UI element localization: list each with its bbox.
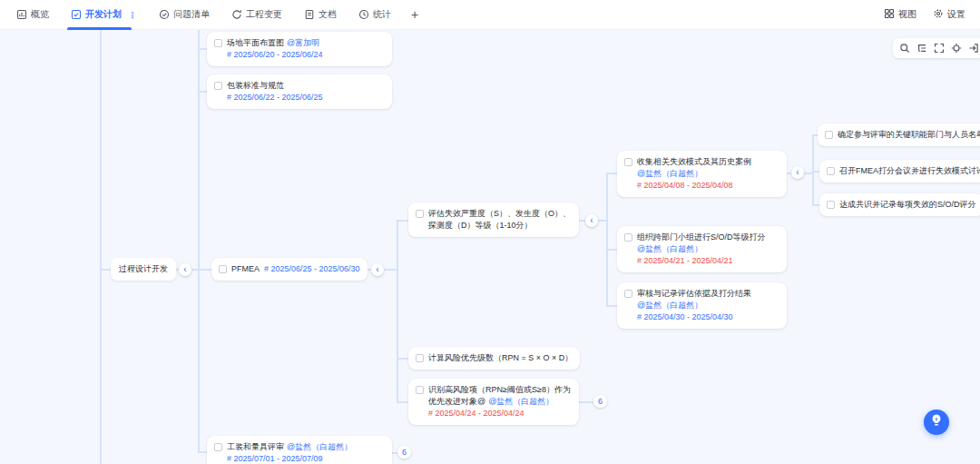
- tab-label: 概览: [31, 8, 49, 21]
- node-title: 工装和量具评审: [227, 442, 284, 451]
- assignee-mention[interactable]: @盐然（白超然）: [637, 243, 766, 255]
- collapse-button[interactable]: ‹: [585, 214, 598, 227]
- node-title: 收集相关失效模式及其历史案例: [637, 157, 751, 166]
- lightbulb-icon: [929, 413, 944, 431]
- task-node[interactable]: 达成共识并记录每项失效的S/O/D评分: [819, 193, 980, 216]
- date-range[interactable]: # 2025/06/25 - 2025/06/30: [264, 264, 360, 273]
- tab-dev-plan[interactable]: 开发计划 ⋮: [64, 0, 144, 30]
- tab-label: 开发计划: [85, 8, 122, 21]
- task-checkbox[interactable]: [214, 443, 222, 451]
- date-range[interactable]: # 2025/07/01 - 2025/07/09: [227, 453, 352, 464]
- task-node[interactable]: 召开FMEA打分会议并进行失效模式讨论: [819, 160, 980, 183]
- date-range[interactable]: # 2025/06/22 - 2025/06/25: [227, 92, 323, 104]
- assignee-mention[interactable]: @盐然（白超然）: [287, 442, 352, 451]
- task-node[interactable]: 评估失效严重度（S）、发生度（O）、探测度（D）等级（1-10分）: [408, 202, 579, 237]
- task-node[interactable]: 工装和量具评审@盐然（白超然） # 2025/07/01 - 2025/07/0…: [207, 436, 392, 464]
- add-tab-button[interactable]: +: [406, 7, 424, 22]
- task-node[interactable]: 组织跨部门小组进行S/O/D等级打分 @盐然（白超然） # 2025/04/21…: [617, 226, 787, 272]
- date-range[interactable]: # 2025/04/30 - 2025/04/30: [637, 311, 751, 323]
- collapse-button[interactable]: ‹: [179, 263, 191, 276]
- task-node[interactable]: 审核与记录评估依据及打分结果 @盐然（白超然） # 2025/04/30 - 2…: [617, 282, 787, 329]
- overview-icon: [16, 9, 27, 20]
- fit-screen-icon[interactable]: [934, 43, 945, 54]
- task-checkbox[interactable]: [416, 386, 424, 394]
- task-checkbox[interactable]: [416, 354, 424, 362]
- task-checkbox[interactable]: [214, 39, 222, 47]
- node-title: 达成共识并记录每项失效的S/O/D评分: [839, 200, 976, 209]
- task-checkbox[interactable]: [827, 167, 835, 175]
- help-button[interactable]: [924, 410, 949, 435]
- tab-label: 工程变更: [246, 8, 282, 21]
- tab-issue-list[interactable]: 问题清单: [152, 0, 217, 30]
- tab-more-icon[interactable]: ⋮: [128, 10, 137, 20]
- collapsed-count-badge[interactable]: 6: [397, 446, 411, 459]
- task-checkbox[interactable]: [624, 158, 632, 166]
- connector-line: [100, 30, 102, 464]
- settings-label: 设置: [947, 8, 965, 21]
- task-node[interactable]: 识别高风险项（RPN≥阈值或S≥8）作为优先改进对象@@盐然（白超然） # 20…: [408, 379, 579, 425]
- tab-documents[interactable]: 文档: [297, 0, 344, 30]
- chevron-left-icon: ‹: [376, 265, 378, 274]
- connector-line: [198, 30, 200, 453]
- mindmap-canvas[interactable]: 过程设计开发 ‹ ‹ ‹ ‹ 场地平面布置图@富加明 # 2025/06/20 …: [0, 30, 980, 464]
- task-checkbox[interactable]: [416, 210, 424, 218]
- node-title: 评估失效严重度（S）、发生度（O）、探测度（D）等级（1-10分）: [428, 209, 571, 230]
- connector-line: [397, 220, 398, 403]
- collapse-button[interactable]: ‹: [791, 166, 804, 179]
- node-title: PFMEA: [231, 264, 260, 273]
- date-range[interactable]: # 2025/04/08 - 2025/04/08: [637, 180, 751, 192]
- connector-line: [606, 173, 608, 307]
- grid-view-icon: [884, 8, 895, 21]
- task-node[interactable]: 场地平面布置图@富加明 # 2025/06/20 - 2025/06/24: [207, 32, 392, 66]
- tabbar-right-actions: 视图 设置: [884, 8, 965, 21]
- issue-list-icon: [159, 9, 170, 20]
- task-checkbox[interactable]: [624, 290, 632, 298]
- node-title: 组织跨部门小组进行S/O/D等级打分: [637, 232, 766, 242]
- node-title: 场地平面布置图: [227, 38, 284, 47]
- node-title: 审核与记录评估依据及打分结果: [637, 289, 751, 298]
- collapsed-count-badge[interactable]: 6: [593, 395, 607, 408]
- tab-label: 统计: [373, 8, 391, 21]
- node-title: 召开FMEA打分会议并进行失效模式讨论: [839, 166, 980, 175]
- task-checkbox[interactable]: [219, 265, 227, 273]
- view-label: 视图: [898, 8, 916, 21]
- view-button[interactable]: 视图: [884, 8, 916, 21]
- exit-view-icon[interactable]: [968, 43, 979, 54]
- assignee-mention[interactable]: @盐然（白超然）: [637, 168, 751, 180]
- task-node[interactable]: 包装标准与规范 # 2025/06/22 - 2025/06/25: [207, 74, 392, 109]
- date-range[interactable]: # 2025/04/24 - 2025/04/24: [428, 408, 572, 420]
- node-title: 计算风险优先级数（RPN = S × O × D）: [428, 353, 573, 362]
- document-icon: [304, 9, 315, 20]
- gear-icon: [933, 8, 944, 21]
- locate-center-icon[interactable]: [951, 43, 962, 54]
- task-checkbox[interactable]: [624, 233, 632, 242]
- task-checkbox[interactable]: [214, 82, 222, 90]
- task-node[interactable]: 确定参与评审的关键职能部门与人员名单: [818, 123, 980, 146]
- mindmap-node-process-design[interactable]: 过程设计开发: [111, 258, 176, 281]
- outline-tree-icon[interactable]: [916, 43, 927, 54]
- settings-button[interactable]: 设置: [933, 8, 965, 21]
- engineering-change-icon: [231, 9, 242, 20]
- task-checkbox[interactable]: [825, 131, 833, 139]
- task-node[interactable]: 计算风险优先级数（RPN = S × O × D）: [408, 347, 580, 370]
- tab-label: 文档: [318, 8, 337, 21]
- assignee-mention[interactable]: @盐然（白超然）: [637, 300, 751, 311]
- tab-bar: 概览 开发计划 ⋮ 问题清单 工程变更 文档 统计 + 视图 设置: [0, 0, 980, 30]
- node-title: 包装标准与规范: [227, 81, 284, 90]
- collapse-button[interactable]: ‹: [371, 263, 384, 276]
- search-icon[interactable]: [899, 43, 910, 54]
- tab-label: 问题清单: [173, 8, 210, 21]
- task-node[interactable]: 收集相关失效模式及其历史案例 @盐然（白超然） # 2025/04/08 - 2…: [617, 151, 787, 197]
- date-range[interactable]: # 2025/06/20 - 2025/06/24: [227, 49, 323, 61]
- task-checkbox[interactable]: [827, 201, 835, 209]
- date-range[interactable]: # 2025/04/21 - 2025/04/21: [637, 255, 766, 267]
- tab-statistics[interactable]: 统计: [351, 0, 398, 30]
- assignee-mention[interactable]: @富加明: [287, 38, 319, 47]
- assignee-mention[interactable]: @盐然（白超然）: [488, 397, 554, 406]
- task-node-pfmea[interactable]: PFMEA # 2025/06/25 - 2025/06/30: [211, 258, 368, 281]
- tab-overview[interactable]: 概览: [9, 0, 56, 30]
- statistics-icon: [358, 9, 369, 20]
- chevron-left-icon: ‹: [796, 168, 799, 177]
- map-toolbar: [893, 38, 980, 58]
- tab-engineering-change[interactable]: 工程变更: [224, 0, 289, 30]
